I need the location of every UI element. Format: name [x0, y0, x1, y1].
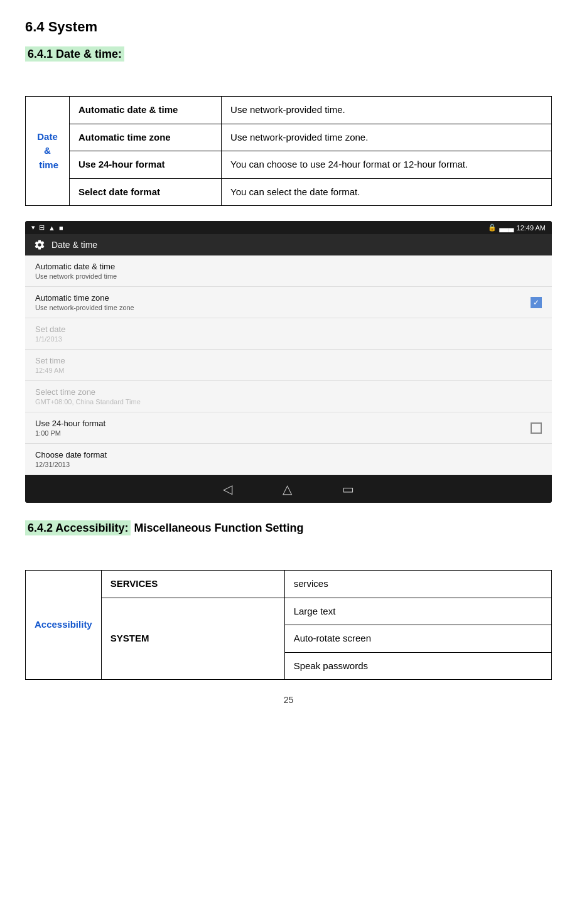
services-value: services	[284, 571, 551, 598]
subsection2-rest: Miscellaneous Function Setting	[131, 522, 303, 534]
device-item-title-select-timezone: Select time zone	[35, 387, 141, 397]
device-item-texts-select-timezone: Select time zoneGMT+08:00, China Standar…	[35, 387, 141, 406]
back-button[interactable]: ◁	[223, 481, 232, 497]
section-title: 6.4 System	[25, 19, 552, 35]
device-item-select-timezone[interactable]: Select time zoneGMT+08:00, China Standar…	[25, 381, 552, 412]
device-item-texts-set-time: Set time12:49 AM	[35, 356, 65, 374]
device-item-title-auto-date-time: Automatic date & time	[35, 262, 117, 271]
sim-icon: ⊟	[39, 223, 45, 232]
date-time-desc-0: Use network-provided time.	[222, 97, 552, 124]
system-item-1: Auto-rotate screen	[284, 625, 551, 653]
triangle-icon: ▲	[48, 224, 55, 232]
subsection1-header: 6.4.1 Date & time:	[25, 48, 552, 61]
date-time-row-label: Date & time	[26, 97, 70, 206]
device-item-subtitle-set-date: 1/1/2013	[35, 335, 65, 343]
device-item-auto-date-time[interactable]: Automatic date & timeUse network provide…	[25, 255, 552, 287]
date-time-table: Date & timeAutomatic date & timeUse netw…	[25, 96, 552, 206]
device-item-title-24hour-format: Use 24-hour format	[35, 419, 105, 428]
subsection2-header: 6.4.2 Accessibility: Miscellaneous Funct…	[25, 522, 552, 535]
device-items-container: Automatic date & timeUse network provide…	[25, 255, 552, 475]
date-time-desc-1: Use network-provided time zone.	[222, 124, 552, 151]
date-time-desc-2: You can choose to use 24-hour format or …	[222, 151, 552, 179]
date-time-header-0: Automatic date & time	[70, 97, 222, 124]
device-item-subtitle-auto-date-time: Use network provided time	[35, 272, 117, 280]
status-bar: ▾ ⊟ ▲ ■ 🔒 ▄▄▄ 12:49 AM	[25, 221, 552, 234]
lock-icon: 🔒	[488, 223, 497, 232]
accessibility-table: AccessibilitySERVICESservicesSYSTEMLarge…	[25, 570, 552, 680]
page-number: 25	[25, 695, 552, 705]
device-item-subtitle-select-timezone: GMT+08:00, China Standard Time	[35, 398, 141, 406]
device-item-texts-set-date: Set date1/1/2013	[35, 325, 65, 343]
device-item-title-set-date: Set date	[35, 325, 65, 334]
device-screen-title: Date & time	[51, 240, 97, 250]
device-title-bar: Date & time	[25, 234, 552, 255]
device-item-set-time[interactable]: Set time12:49 AM	[25, 350, 552, 381]
device-item-set-date[interactable]: Set date1/1/2013	[25, 318, 552, 350]
device-item-title-date-format: Choose date format	[35, 450, 107, 459]
checkbox-unchecked-24hour-format[interactable]	[531, 422, 542, 434]
status-bar-left: ▾ ⊟ ▲ ■	[31, 223, 63, 232]
system-item-0: Large text	[284, 598, 551, 625]
status-bar-right: 🔒 ▄▄▄ 12:49 AM	[488, 223, 546, 232]
date-time-header-1: Automatic time zone	[70, 124, 222, 151]
gear-icon	[34, 239, 45, 250]
device-item-title-auto-timezone: Automatic time zone	[35, 293, 134, 303]
subsection1-title: 6.4.1 Date & time:	[25, 46, 124, 62]
home-button[interactable]: △	[283, 481, 292, 497]
time-display: 12:49 AM	[517, 224, 546, 232]
device-item-texts-24hour-format: Use 24-hour format1:00 PM	[35, 419, 105, 437]
accessibility-row-label: Accessibility	[26, 571, 102, 680]
device-item-subtitle-set-time: 12:49 AM	[35, 367, 65, 374]
subsection2-title: 6.4.2 Accessibility:	[25, 520, 131, 535]
square-icon: ■	[59, 224, 63, 232]
device-item-date-format[interactable]: Choose date format12/31/2013	[25, 444, 552, 475]
date-time-header-2: Use 24-hour format	[70, 151, 222, 179]
device-item-subtitle-date-format: 12/31/2013	[35, 461, 107, 468]
date-time-header-3: Select date format	[70, 178, 222, 206]
signal-icon: ▄▄▄	[499, 224, 514, 232]
checkbox-checked-auto-timezone[interactable]: ✓	[531, 297, 542, 308]
recents-button[interactable]: ▭	[342, 481, 354, 497]
date-time-desc-3: You can select the date format.	[222, 178, 552, 206]
device-item-auto-timezone[interactable]: Automatic time zoneUse network-provided …	[25, 287, 552, 318]
device-nav-bar: ◁ △ ▭	[25, 475, 552, 503]
device-screenshot: ▾ ⊟ ▲ ■ 🔒 ▄▄▄ 12:49 AM Date & time Autom…	[25, 221, 552, 503]
device-item-texts-auto-timezone: Automatic time zoneUse network-provided …	[35, 293, 134, 311]
notification-icon: ▾	[31, 223, 35, 232]
system-header: SYSTEM	[101, 598, 284, 680]
device-item-subtitle-auto-timezone: Use network-provided time zone	[35, 304, 134, 311]
device-item-title-set-time: Set time	[35, 356, 65, 365]
device-item-texts-auto-date-time: Automatic date & timeUse network provide…	[35, 262, 117, 280]
device-item-texts-date-format: Choose date format12/31/2013	[35, 450, 107, 468]
device-item-24hour-format[interactable]: Use 24-hour format1:00 PM	[25, 412, 552, 444]
services-header: SERVICES	[101, 571, 284, 598]
device-item-subtitle-24hour-format: 1:00 PM	[35, 429, 105, 437]
system-item-2: Speak passwords	[284, 652, 551, 680]
